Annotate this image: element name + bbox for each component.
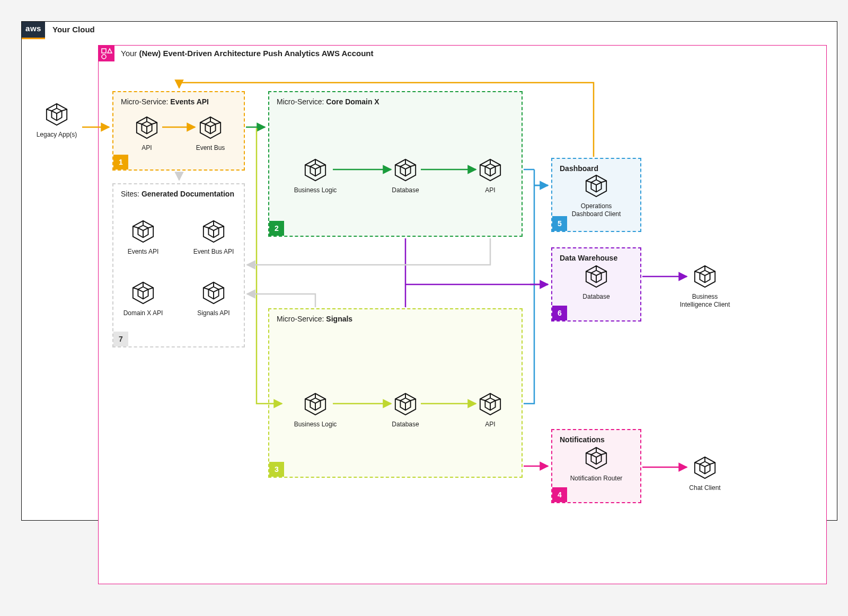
events-api-label: API xyxy=(123,144,171,152)
node-dashboard: Operations Dashboard Client xyxy=(567,174,625,218)
diagram-canvas: aws Your Cloud Legacy App(s) Your (New) … xyxy=(0,0,848,616)
node-docs-domainx-api: Domain X API xyxy=(119,281,167,317)
cube-icon xyxy=(584,264,608,289)
signals-bl-label: Business Logic xyxy=(286,421,344,428)
node-signals-bl: Business Logic xyxy=(286,392,344,428)
cube-icon xyxy=(584,446,608,470)
box-core-num: 2 xyxy=(269,221,284,236)
cube-icon xyxy=(45,102,69,127)
node-chat-client: Chat Client xyxy=(676,456,734,492)
node-docs-events-api: Events API xyxy=(119,219,167,256)
cube-icon xyxy=(303,392,328,416)
box-docs-title: Sites: Generated Documentation xyxy=(121,190,234,198)
cube-icon xyxy=(393,158,418,182)
box-signals-title: Micro-Service: Signals xyxy=(277,315,352,323)
box-dashboard-num: 5 xyxy=(552,216,567,231)
box-docs-num: 7 xyxy=(113,332,128,346)
cube-icon xyxy=(198,115,223,140)
docs-events-api-label: Events API xyxy=(119,248,167,256)
account-badge-icon xyxy=(99,46,114,61)
account-title: Your (New) Event-Driven Architecture Pus… xyxy=(121,49,374,58)
cube-icon xyxy=(201,281,226,305)
cloud-title: Your Cloud xyxy=(52,25,95,34)
node-signals-db: Database xyxy=(382,392,429,428)
bi-client-label: Business Intelligence Client xyxy=(676,293,734,309)
box-signals-num: 3 xyxy=(269,462,284,477)
docs-signals-api-label: Signals API xyxy=(190,309,237,317)
signals-api-label: API xyxy=(466,421,514,428)
docs-eventbus-api-label: Event Bus API xyxy=(190,248,237,256)
aws-logo-icon: aws xyxy=(22,22,45,39)
node-core-db: Database xyxy=(382,158,429,194)
node-docs-signals-api: Signals API xyxy=(190,281,237,317)
box-dw-num: 6 xyxy=(552,306,567,320)
box-notif-title: Notifications xyxy=(560,435,605,444)
cube-icon xyxy=(584,174,608,198)
cube-icon xyxy=(201,219,226,244)
legacy-app-label: Legacy App(s) xyxy=(33,131,81,139)
signals-db-label: Database xyxy=(382,421,429,428)
svg-point-2 xyxy=(102,55,106,59)
node-bi-client: Business Intelligence Client xyxy=(676,264,734,309)
cube-icon xyxy=(303,158,328,182)
svg-rect-0 xyxy=(102,49,106,53)
core-db-label: Database xyxy=(382,186,429,194)
node-core-bl: Business Logic xyxy=(286,158,344,194)
box-dw-title: Data Warehouse xyxy=(560,254,617,262)
box-events-title: Micro-Service: Events API xyxy=(121,97,209,106)
cube-icon xyxy=(131,219,155,244)
node-dw-db: Database xyxy=(572,264,620,301)
node-notif: Notification Router xyxy=(570,446,623,483)
notif-label: Notification Router xyxy=(570,475,623,483)
event-bus-label: Event Bus xyxy=(187,144,234,152)
node-signals-api: API xyxy=(466,392,514,428)
core-bl-label: Business Logic xyxy=(286,186,344,194)
core-api-label: API xyxy=(466,186,514,194)
docs-domainx-api-label: Domain X API xyxy=(119,309,167,317)
dashboard-label: Operations Dashboard Client xyxy=(567,202,625,218)
box-notif-num: 4 xyxy=(552,487,567,502)
box-dashboard-title: Dashboard xyxy=(560,164,598,173)
cube-icon xyxy=(693,456,717,480)
box-core-title: Micro-Service: Core Domain X xyxy=(277,97,379,106)
box-docs: Sites: Generated Documentation 7 xyxy=(112,183,245,347)
cube-icon xyxy=(393,392,418,416)
cube-icon xyxy=(478,158,502,182)
node-docs-eventbus-api: Event Bus API xyxy=(190,219,237,256)
box-events-num: 1 xyxy=(113,155,128,169)
cube-icon xyxy=(131,281,155,305)
cube-icon xyxy=(693,264,717,289)
cube-icon xyxy=(478,392,502,416)
node-legacy-app: Legacy App(s) xyxy=(33,102,81,139)
dw-db-label: Database xyxy=(572,293,620,301)
chat-client-label: Chat Client xyxy=(676,484,734,492)
svg-marker-1 xyxy=(108,49,112,53)
node-events-api: API xyxy=(123,115,171,152)
node-event-bus: Event Bus xyxy=(187,115,234,152)
cube-icon xyxy=(135,115,159,140)
node-core-api: API xyxy=(466,158,514,194)
